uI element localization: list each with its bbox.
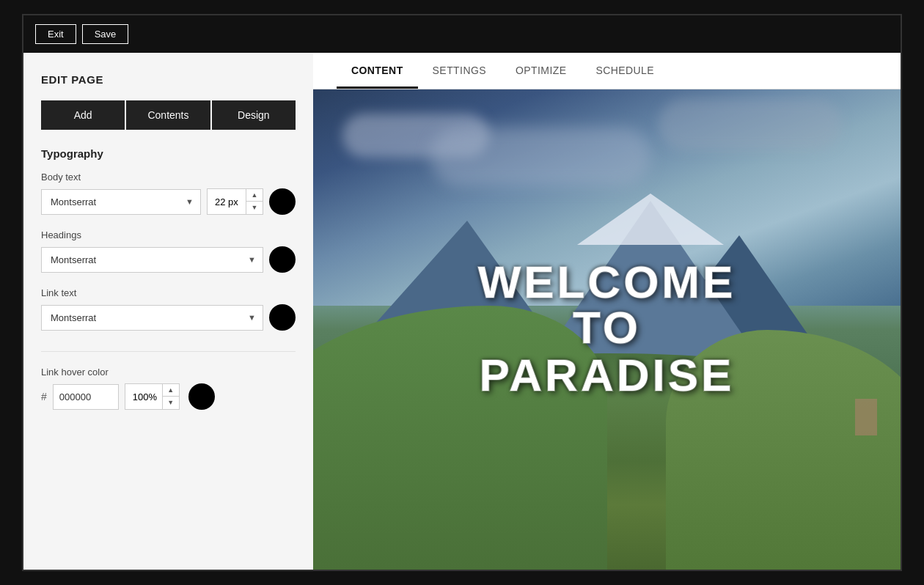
- body-size-input[interactable]: [208, 190, 246, 214]
- headings-font-select[interactable]: Montserrat: [41, 247, 263, 273]
- welcome-text: WELCOME TO PARADISE: [460, 259, 754, 400]
- headings-color-picker[interactable]: [269, 246, 296, 273]
- link-text-group: Link text Montserrat ▼: [23, 287, 313, 345]
- sidebar: EDIT PAGE Add Contents Design Typography…: [23, 53, 313, 570]
- body-color-picker[interactable]: [269, 188, 296, 215]
- exit-button[interactable]: Exit: [35, 24, 76, 44]
- body-text-group: Body text Montserrat ▼ ▲ ▼: [23, 172, 313, 229]
- body-size-down-button[interactable]: ▼: [246, 202, 263, 214]
- hex-color-input[interactable]: [53, 384, 119, 410]
- preview-canvas: WELCOME TO PARADISE: [313, 89, 901, 570]
- body-size-up-button[interactable]: ▲: [246, 189, 263, 202]
- body-size-wrap: ▲ ▼: [207, 188, 263, 215]
- opacity-spinners: ▲ ▼: [162, 384, 179, 409]
- body-font-select-wrap: Montserrat ▼: [41, 189, 201, 215]
- tab-optimize[interactable]: OPTIMIZE: [501, 53, 581, 89]
- link-hover-group: Link hover color # ▲ ▼: [23, 367, 313, 424]
- action-buttons: Add Contents Design: [41, 100, 296, 130]
- tabs-bar: CONTENT SETTINGS OPTIMIZE SCHEDULE: [313, 53, 901, 89]
- headings-label: Headings: [41, 229, 296, 240]
- headings-group: Headings Montserrat ▼: [23, 229, 313, 287]
- link-font-select-wrap: Montserrat ▼: [41, 305, 263, 331]
- body-font-select[interactable]: Montserrat: [41, 189, 201, 215]
- headings-font-select-wrap: Montserrat ▼: [41, 247, 263, 273]
- contents-button[interactable]: Contents: [126, 100, 210, 130]
- link-hover-color-swatch[interactable]: [188, 383, 215, 410]
- save-button[interactable]: Save: [82, 24, 129, 44]
- main-area: EDIT PAGE Add Contents Design Typography…: [23, 53, 901, 570]
- cloud-2: [430, 128, 650, 186]
- building: [855, 399, 877, 435]
- link-font-select[interactable]: Montserrat: [41, 305, 263, 331]
- divider: [41, 351, 296, 352]
- tab-settings[interactable]: SETTINGS: [418, 53, 501, 89]
- welcome-line2: PARADISE: [460, 350, 754, 400]
- tab-schedule[interactable]: SCHEDULE: [581, 53, 669, 89]
- design-button[interactable]: Design: [212, 100, 296, 130]
- cloud-3: [659, 99, 842, 150]
- mountain-background: WELCOME TO PARADISE: [313, 89, 901, 570]
- link-text-label: Link text: [41, 287, 296, 298]
- body-text-label: Body text: [41, 172, 296, 183]
- tab-content[interactable]: CONTENT: [337, 53, 418, 89]
- opacity-up-button[interactable]: ▲: [163, 384, 179, 397]
- add-button[interactable]: Add: [41, 100, 125, 130]
- typography-title: Typography: [23, 147, 313, 172]
- app-frame: Exit Save EDIT PAGE Add Contents Design …: [22, 14, 902, 571]
- link-hover-label: Link hover color: [41, 367, 296, 378]
- mountain-snow: [577, 194, 724, 245]
- link-text-row: Montserrat ▼: [41, 304, 296, 331]
- welcome-line1: WELCOME TO: [460, 259, 754, 350]
- preview-area: CONTENT SETTINGS OPTIMIZE SCHEDULE: [313, 53, 901, 570]
- headings-row: Montserrat ▼: [41, 246, 296, 273]
- link-hover-row: # ▲ ▼: [41, 383, 296, 410]
- link-color-picker[interactable]: [269, 304, 296, 331]
- opacity-wrap: ▲ ▼: [125, 383, 180, 410]
- toolbar: Exit Save: [23, 15, 901, 53]
- opacity-input[interactable]: [125, 385, 162, 409]
- body-text-row: Montserrat ▼ ▲ ▼: [41, 188, 296, 215]
- hash-symbol: #: [41, 391, 47, 402]
- opacity-down-button[interactable]: ▼: [163, 397, 179, 409]
- body-size-spinners: ▲ ▼: [246, 189, 263, 214]
- edit-page-title: EDIT PAGE: [23, 53, 313, 100]
